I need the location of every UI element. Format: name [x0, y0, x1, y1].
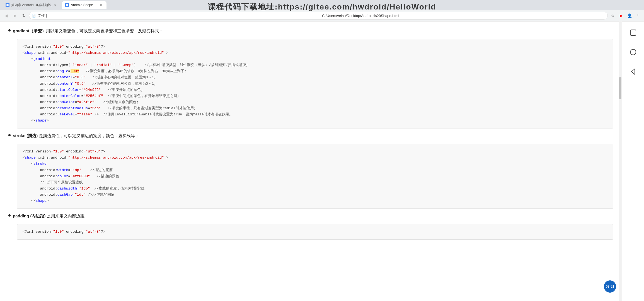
address-url: C:/Users/veihu/Desktop/Android%20Shape.h… — [322, 14, 605, 18]
toolbar-icons: ☆ ▶ 👤 ⋮ — [609, 12, 642, 20]
address-prefix: 文件 | — [38, 13, 320, 18]
youtube-icon[interactable]: ▶ — [617, 12, 625, 20]
tab-2-close[interactable]: ✕ — [99, 3, 103, 7]
tab-1-close[interactable]: ✕ — [53, 3, 57, 7]
tab-bar: 第四章 Android UI基础知识 ✕ Android Shape ✕ — [0, 0, 644, 10]
address-bar: ◀ ▶ ↻ 📄 文件 | C:/Users/veihu/Desktop/Andr… — [0, 10, 644, 21]
svg-point-0 — [6, 4, 9, 6]
padding-keyword: padding (内边距) — [13, 213, 45, 218]
stroke-bullet-dot — [8, 134, 11, 136]
back-nav-button[interactable] — [628, 66, 639, 77]
square-button[interactable] — [628, 27, 639, 38]
gradient-section: gradient（渐变）gradient（渐变）用以定义渐变色，可以定义两色渐变… — [8, 27, 613, 35]
triangle-icon — [629, 68, 637, 76]
bookmark-icon[interactable]: ☆ — [609, 12, 617, 20]
account-icon[interactable]: 👤 — [626, 12, 633, 20]
svg-rect-2 — [630, 30, 636, 35]
scrollbar-thumb[interactable] — [619, 77, 621, 99]
padding-code-block: <?xml version="1.0" encoding="utf-8"?> — [17, 224, 613, 240]
stroke-code-block: <?xml version="1.0" encoding="utf-8"?> <… — [17, 144, 613, 209]
gradient-text: gradient（渐变）gradient（渐变）用以定义渐变色，可以定义两色渐变… — [13, 27, 163, 35]
page-layout: gradient（渐变）gradient（渐变）用以定义渐变色，可以定义两色渐变… — [0, 21, 644, 301]
tab-1-favicon — [6, 3, 9, 7]
file-icon: 📄 — [32, 14, 36, 18]
scrollbar-track[interactable] — [619, 21, 622, 301]
gradient-code-block: <?xml version="1.0" encoding="utf-8"?> <… — [17, 39, 613, 128]
forward-button[interactable]: ▶ — [11, 12, 19, 20]
gradient-bullet-dot — [8, 29, 11, 31]
svg-point-1 — [66, 4, 68, 6]
address-input[interactable]: 📄 文件 | C:/Users/veihu/Desktop/Android%20… — [29, 12, 608, 20]
circle-icon — [629, 48, 637, 56]
stroke-keyword: stroke (描边) — [13, 133, 38, 138]
svg-marker-4 — [631, 69, 635, 74]
right-panel — [622, 21, 644, 301]
browser-chrome: 第四章 Android UI基础知识 ✕ Android Shape ✕ ◀ ▶… — [0, 0, 644, 21]
circle-button[interactable] — [628, 47, 639, 58]
padding-text: padding (内边距) 是用来定义内部边距 — [13, 212, 84, 220]
svg-point-3 — [630, 49, 636, 55]
padding-bullet-dot — [8, 214, 11, 217]
main-content: gradient（渐变）gradient（渐变）用以定义渐变色，可以定义两色渐变… — [0, 21, 622, 301]
gradient-keyword: gradient（渐变） — [13, 28, 46, 33]
tab-2-favicon — [65, 3, 69, 7]
stroke-section: stroke (描边) 是描边属性，可以定义描边的宽度，颜色，虚实线等； — [8, 132, 613, 139]
refresh-button[interactable]: ↻ — [20, 12, 28, 20]
tab-1-title: 第四章 Android UI基础知识 — [11, 3, 51, 8]
tab-1[interactable]: 第四章 Android UI基础知识 ✕ — [2, 1, 61, 9]
back-button[interactable]: ◀ — [2, 12, 10, 20]
square-icon — [629, 29, 637, 37]
padding-section: padding (内边距) 是用来定义内部边距 — [8, 212, 613, 220]
tab-2-title: Android Shape — [71, 3, 97, 7]
menu-icon[interactable]: ⋮ — [634, 12, 642, 20]
stroke-text: stroke (描边) 是描边属性，可以定义描边的宽度，颜色，虚实线等； — [13, 132, 139, 139]
tab-2[interactable]: Android Shape ✕ — [62, 1, 106, 9]
timer-badge[interactable]: 03:51 — [604, 280, 616, 293]
